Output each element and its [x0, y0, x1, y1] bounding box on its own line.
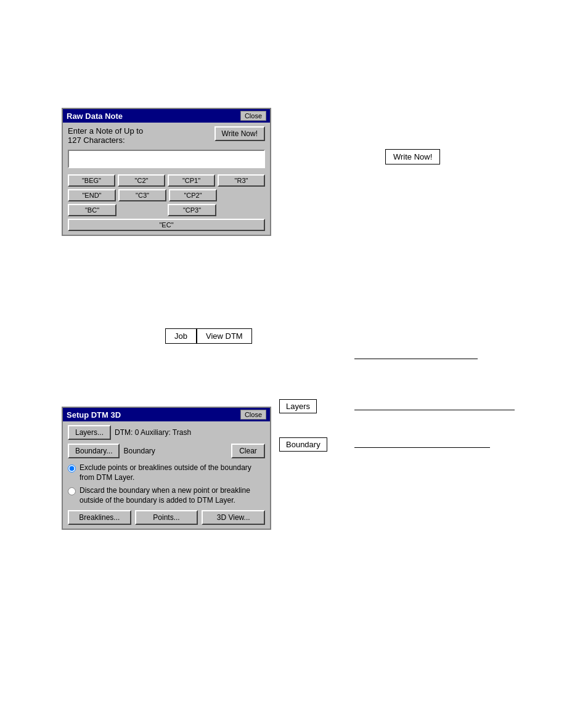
c3-button[interactable]: "C3" [118, 189, 166, 201]
bc-button[interactable]: "BC" [68, 204, 116, 216]
job-button[interactable]: Job [165, 328, 197, 344]
button-row-3: "BC" "CP3" [68, 204, 265, 216]
dtm-radio-discard-label: Discard the boundary when a new point or… [80, 486, 265, 505]
button-row-1: "BEG" "C2" "CP1" "R3" [68, 174, 265, 187]
placeholder-1 [219, 189, 265, 201]
raw-data-close-button[interactable]: Close [240, 111, 266, 121]
raw-data-titlebar: Raw Data Note Close [63, 109, 270, 123]
dtm-3dview-button[interactable]: 3D View... [202, 510, 265, 525]
ec-button[interactable]: "EC" [68, 219, 265, 231]
dtm-title: Setup DTM 3D [67, 410, 121, 420]
cp1-button[interactable]: "CP1" [168, 174, 215, 187]
button-row-4: "EC" [68, 219, 265, 231]
beg-button[interactable]: "BEG" [68, 174, 115, 187]
raw-data-body: Enter a Note of Up to 127 Characters: Wr… [63, 123, 270, 235]
end-button[interactable]: "END" [68, 189, 116, 201]
dtm-boundary-text: Boundary [123, 447, 227, 455]
dtm-radio-exclude-label: Exclude points or breaklines outside of … [80, 463, 265, 482]
instruction-line1: Enter a Note of Up to [68, 126, 143, 136]
dtm-radio-row-2: Discard the boundary when a new point or… [68, 486, 265, 505]
layers-separator-line [354, 410, 515, 410]
cp2-button[interactable]: "CP2" [169, 189, 217, 201]
write-now-button[interactable]: Write Now! [214, 126, 265, 141]
note-instruction: Enter a Note of Up to 127 Characters: [68, 126, 143, 145]
dtm-radio-section: Exclude points or breaklines outside of … [68, 463, 265, 505]
toolbar-buttons: Job View DTM [165, 328, 252, 344]
note-header-row: Enter a Note of Up to 127 Characters: Wr… [68, 126, 265, 145]
dtm-radio-discard[interactable] [68, 487, 76, 495]
dtm-breaklines-button[interactable]: Breaklines... [68, 510, 131, 525]
button-row-2: "END" "C3" "CP2" [68, 189, 265, 201]
raw-data-note-dialog: Raw Data Note Close Enter a Note of Up t… [62, 108, 271, 236]
dtm-layers-row: Layers... DTM: 0 Auxiliary: Trash [68, 425, 265, 440]
dtm-radio-row-1: Exclude points or breaklines outside of … [68, 463, 265, 482]
boundary-separator-line [354, 447, 490, 448]
dtm-boundary-button[interactable]: Boundary... [68, 444, 120, 458]
dtm-titlebar: Setup DTM 3D Close [63, 408, 270, 421]
cp3-button[interactable]: "CP3" [168, 204, 216, 216]
dtm-body: Layers... DTM: 0 Auxiliary: Trash Bounda… [63, 421, 270, 529]
dtm-clear-button[interactable]: Clear [231, 444, 265, 458]
dtm-bottom-buttons: Breaklines... Points... 3D View... [68, 510, 265, 525]
setup-dtm-dialog: Setup DTM 3D Close Layers... DTM: 0 Auxi… [62, 407, 271, 530]
raw-data-title: Raw Data Note [67, 112, 123, 121]
c2-button[interactable]: "C2" [118, 174, 165, 187]
dtm-boundary-row: Boundary... Boundary Clear [68, 444, 265, 458]
placeholder-3 [219, 204, 265, 216]
dtm-points-button[interactable]: Points... [135, 510, 198, 525]
instruction-line2: 127 Characters: [68, 136, 143, 145]
dtm-close-button[interactable]: Close [240, 410, 266, 420]
note-text-input[interactable] [68, 150, 265, 168]
dtm-radio-exclude[interactable] [68, 465, 76, 473]
layers-label-box[interactable]: Layers [279, 399, 317, 413]
top-separator-line [354, 359, 478, 359]
boundary-label-box[interactable]: Boundary [279, 437, 327, 452]
placeholder-2 [119, 204, 165, 216]
r3-button[interactable]: "R3" [218, 174, 265, 187]
dtm-layers-button[interactable]: Layers... [68, 425, 111, 440]
standalone-write-now-button[interactable]: Write Now! [385, 149, 440, 164]
dtm-layers-info: DTM: 0 Auxiliary: Trash [115, 428, 265, 437]
view-dtm-button[interactable]: View DTM [197, 328, 252, 344]
